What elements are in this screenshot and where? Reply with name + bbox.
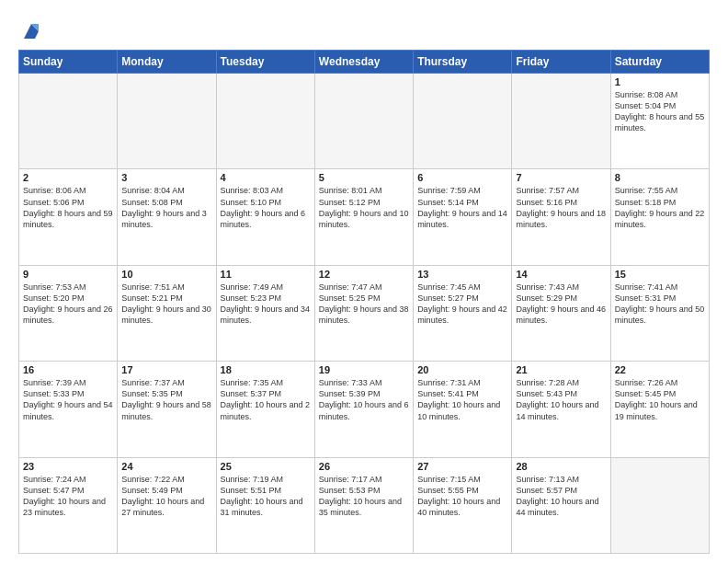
calendar-cell: 15Sunrise: 7:41 AM Sunset: 5:31 PM Dayli… xyxy=(610,265,709,361)
day-info: Sunrise: 7:35 AM Sunset: 5:37 PM Dayligh… xyxy=(221,377,311,422)
day-header-friday: Friday xyxy=(512,51,610,74)
day-info: Sunrise: 7:26 AM Sunset: 5:45 PM Dayligh… xyxy=(615,377,705,422)
day-number: 13 xyxy=(417,269,507,280)
calendar-cell: 8Sunrise: 7:55 AM Sunset: 5:18 PM Daylig… xyxy=(610,169,709,265)
day-info: Sunrise: 7:28 AM Sunset: 5:43 PM Dayligh… xyxy=(516,377,606,422)
calendar-cell: 28Sunrise: 7:13 AM Sunset: 5:57 PM Dayli… xyxy=(512,457,610,553)
day-number: 10 xyxy=(121,269,211,280)
calendar-cell: 18Sunrise: 7:35 AM Sunset: 5:37 PM Dayli… xyxy=(216,362,314,457)
calendar-cell xyxy=(118,74,216,169)
day-number: 4 xyxy=(221,172,311,183)
calendar-header: SundayMondayTuesdayWednesdayThursdayFrid… xyxy=(19,51,710,74)
calendar-cell: 21Sunrise: 7:28 AM Sunset: 5:43 PM Dayli… xyxy=(512,362,610,457)
day-info: Sunrise: 7:24 AM Sunset: 5:47 PM Dayligh… xyxy=(23,474,113,519)
day-info: Sunrise: 7:39 AM Sunset: 5:33 PM Dayligh… xyxy=(23,377,113,422)
day-info: Sunrise: 7:43 AM Sunset: 5:29 PM Dayligh… xyxy=(516,282,606,327)
day-info: Sunrise: 7:55 AM Sunset: 5:18 PM Dayligh… xyxy=(615,185,705,230)
day-info: Sunrise: 7:41 AM Sunset: 5:31 PM Dayligh… xyxy=(615,282,705,327)
day-number: 7 xyxy=(516,172,606,183)
week-row: 9Sunrise: 7:53 AM Sunset: 5:20 PM Daylig… xyxy=(19,265,710,361)
day-number: 28 xyxy=(516,461,606,472)
day-info: Sunrise: 7:22 AM Sunset: 5:49 PM Dayligh… xyxy=(121,474,211,519)
calendar-body: 1Sunrise: 8:08 AM Sunset: 5:04 PM Daylig… xyxy=(19,74,710,554)
calendar-cell: 25Sunrise: 7:19 AM Sunset: 5:51 PM Dayli… xyxy=(216,457,314,553)
calendar-cell: 2Sunrise: 8:06 AM Sunset: 5:06 PM Daylig… xyxy=(19,169,118,265)
day-number: 21 xyxy=(516,364,606,375)
day-info: Sunrise: 8:03 AM Sunset: 5:10 PM Dayligh… xyxy=(221,185,311,230)
day-info: Sunrise: 7:45 AM Sunset: 5:27 PM Dayligh… xyxy=(417,282,507,327)
day-header-sunday: Sunday xyxy=(19,51,118,74)
day-info: Sunrise: 7:47 AM Sunset: 5:25 PM Dayligh… xyxy=(319,282,409,327)
calendar-cell: 6Sunrise: 7:59 AM Sunset: 5:14 PM Daylig… xyxy=(414,169,512,265)
day-number: 23 xyxy=(23,461,113,472)
calendar-cell xyxy=(512,74,610,169)
header xyxy=(18,17,710,42)
day-info: Sunrise: 7:17 AM Sunset: 5:53 PM Dayligh… xyxy=(319,474,409,519)
day-number: 14 xyxy=(516,269,606,280)
day-number: 3 xyxy=(121,172,211,183)
day-number: 18 xyxy=(221,364,311,375)
day-number: 19 xyxy=(319,364,409,375)
day-header-saturday: Saturday xyxy=(610,51,709,74)
calendar-cell: 5Sunrise: 8:01 AM Sunset: 5:12 PM Daylig… xyxy=(314,169,413,265)
day-info: Sunrise: 7:53 AM Sunset: 5:20 PM Dayligh… xyxy=(23,282,113,327)
day-info: Sunrise: 8:01 AM Sunset: 5:12 PM Dayligh… xyxy=(319,185,409,230)
day-number: 5 xyxy=(319,172,409,183)
day-number: 1 xyxy=(615,76,705,87)
day-header-monday: Monday xyxy=(118,51,216,74)
day-number: 24 xyxy=(121,461,211,472)
calendar-cell: 3Sunrise: 8:04 AM Sunset: 5:08 PM Daylig… xyxy=(118,169,216,265)
day-info: Sunrise: 7:13 AM Sunset: 5:57 PM Dayligh… xyxy=(516,474,606,519)
header-row: SundayMondayTuesdayWednesdayThursdayFrid… xyxy=(19,51,710,74)
page: SundayMondayTuesdayWednesdayThursdayFrid… xyxy=(0,0,728,563)
day-number: 2 xyxy=(23,172,113,183)
day-header-wednesday: Wednesday xyxy=(314,51,413,74)
calendar-cell: 10Sunrise: 7:51 AM Sunset: 5:21 PM Dayli… xyxy=(118,265,216,361)
calendar-cell: 1Sunrise: 8:08 AM Sunset: 5:04 PM Daylig… xyxy=(610,74,709,169)
day-number: 12 xyxy=(319,269,409,280)
calendar-cell: 7Sunrise: 7:57 AM Sunset: 5:16 PM Daylig… xyxy=(512,169,610,265)
calendar-cell: 19Sunrise: 7:33 AM Sunset: 5:39 PM Dayli… xyxy=(314,362,413,457)
week-row: 1Sunrise: 8:08 AM Sunset: 5:04 PM Daylig… xyxy=(19,74,710,169)
day-info: Sunrise: 7:57 AM Sunset: 5:16 PM Dayligh… xyxy=(516,185,606,230)
day-number: 6 xyxy=(417,172,507,183)
day-info: Sunrise: 8:08 AM Sunset: 5:04 PM Dayligh… xyxy=(615,89,705,134)
calendar-cell xyxy=(314,74,413,169)
day-number: 8 xyxy=(615,172,705,183)
day-number: 17 xyxy=(121,364,211,375)
week-row: 23Sunrise: 7:24 AM Sunset: 5:47 PM Dayli… xyxy=(19,457,710,553)
calendar-cell: 13Sunrise: 7:45 AM Sunset: 5:27 PM Dayli… xyxy=(414,265,512,361)
day-header-tuesday: Tuesday xyxy=(216,51,314,74)
calendar-cell xyxy=(610,457,709,553)
day-number: 9 xyxy=(23,269,113,280)
day-number: 11 xyxy=(221,269,311,280)
day-info: Sunrise: 7:15 AM Sunset: 5:55 PM Dayligh… xyxy=(417,474,507,519)
day-info: Sunrise: 7:31 AM Sunset: 5:41 PM Dayligh… xyxy=(417,377,507,422)
day-info: Sunrise: 7:19 AM Sunset: 5:51 PM Dayligh… xyxy=(221,474,311,519)
calendar-cell: 24Sunrise: 7:22 AM Sunset: 5:49 PM Dayli… xyxy=(118,457,216,553)
calendar-cell xyxy=(216,74,314,169)
day-number: 25 xyxy=(221,461,311,472)
day-info: Sunrise: 8:04 AM Sunset: 5:08 PM Dayligh… xyxy=(121,185,211,230)
day-info: Sunrise: 7:37 AM Sunset: 5:35 PM Dayligh… xyxy=(121,377,211,422)
calendar-cell: 14Sunrise: 7:43 AM Sunset: 5:29 PM Dayli… xyxy=(512,265,610,361)
day-info: Sunrise: 7:51 AM Sunset: 5:21 PM Dayligh… xyxy=(121,282,211,327)
calendar-cell: 9Sunrise: 7:53 AM Sunset: 5:20 PM Daylig… xyxy=(19,265,118,361)
calendar-cell: 20Sunrise: 7:31 AM Sunset: 5:41 PM Dayli… xyxy=(414,362,512,457)
calendar-cell: 26Sunrise: 7:17 AM Sunset: 5:53 PM Dayli… xyxy=(314,457,413,553)
day-info: Sunrise: 7:49 AM Sunset: 5:23 PM Dayligh… xyxy=(221,282,311,327)
day-number: 20 xyxy=(417,364,507,375)
calendar-cell: 11Sunrise: 7:49 AM Sunset: 5:23 PM Dayli… xyxy=(216,265,314,361)
day-number: 27 xyxy=(417,461,507,472)
day-number: 26 xyxy=(319,461,409,472)
calendar-cell: 22Sunrise: 7:26 AM Sunset: 5:45 PM Dayli… xyxy=(610,362,709,457)
logo xyxy=(18,20,42,42)
calendar-cell: 16Sunrise: 7:39 AM Sunset: 5:33 PM Dayli… xyxy=(19,362,118,457)
calendar-cell xyxy=(19,74,118,169)
calendar-cell: 27Sunrise: 7:15 AM Sunset: 5:55 PM Dayli… xyxy=(414,457,512,553)
logo-icon xyxy=(20,20,42,42)
calendar-cell: 4Sunrise: 8:03 AM Sunset: 5:10 PM Daylig… xyxy=(216,169,314,265)
day-header-thursday: Thursday xyxy=(414,51,512,74)
week-row: 2Sunrise: 8:06 AM Sunset: 5:06 PM Daylig… xyxy=(19,169,710,265)
calendar-cell: 12Sunrise: 7:47 AM Sunset: 5:25 PM Dayli… xyxy=(314,265,413,361)
